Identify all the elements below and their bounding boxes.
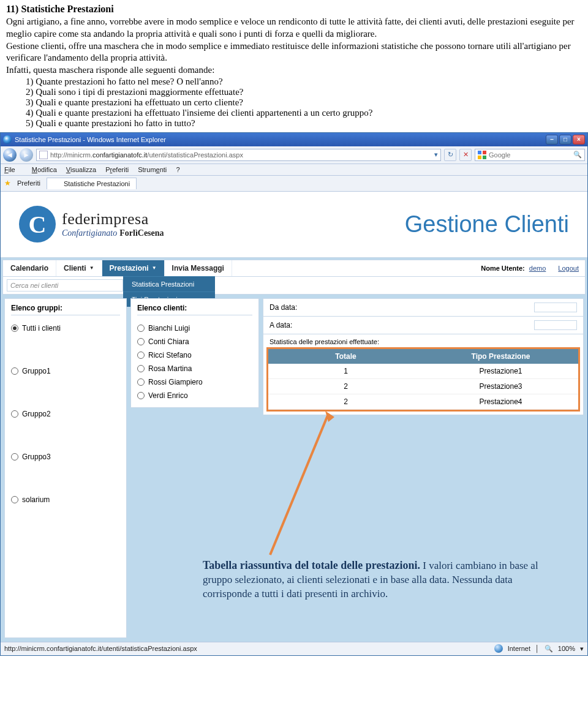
page-content: C federimpresa ConfartigianatoForlìCesen… — [1, 192, 587, 642]
url-path: /utenti/statisticaPrestazioni.aspx — [147, 151, 243, 159]
client-option-3[interactable]: Rosa Martina — [137, 362, 252, 375]
status-url: http://minicrm.confartigianatofc.it/uten… — [4, 645, 489, 652]
panel-stats: Da data: A data: Statistica delle presta… — [263, 298, 584, 415]
forward-button[interactable]: ► — [20, 148, 33, 162]
close-button[interactable]: × — [573, 135, 585, 145]
globe-icon — [494, 644, 503, 653]
group-option-all[interactable]: Tutti i clienti — [11, 321, 120, 335]
doc-q2: 2) Quali sono i tipi di prestazioni magg… — [26, 87, 582, 97]
ie-titlebar: Statistiche Prestazioni - Windows Intern… — [1, 133, 587, 146]
table-row: 2Prestazione4 — [268, 394, 578, 410]
zoom-icon[interactable]: 🔍 — [545, 645, 553, 653]
menu-preferiti[interactable]: Preferiti — [105, 166, 129, 173]
back-button[interactable]: ◄ — [3, 148, 17, 162]
col-totale: Totale — [268, 349, 423, 364]
window-title: Statistiche Prestazioni - Windows Intern… — [15, 136, 546, 143]
content-area: Elenco gruppi: Tutti i clienti Gruppo1 G… — [1, 295, 587, 642]
page-icon — [39, 151, 48, 159]
stats-header-row: Totale Tipo Prestazione — [268, 349, 578, 364]
tab-label: Statistiche Prestazioni — [64, 180, 130, 187]
browser-search-input[interactable]: Google 🔍 — [475, 149, 585, 161]
radio-icon — [137, 365, 145, 372]
logo-city: ForlìCesena — [119, 228, 164, 238]
doc-q3: 3) Quali e quante prestazioni ha effettu… — [26, 97, 582, 108]
browser-tab[interactable]: Statistiche Prestazioni — [47, 178, 137, 189]
ie-menu-bar: File Modifica Visualizza Preferiti Strum… — [1, 164, 587, 176]
ie-window: Statistiche Prestazioni - Windows Intern… — [0, 132, 588, 656]
doc-heading: 11) Statistiche Prestazioni — [6, 4, 582, 15]
radio-icon — [11, 367, 18, 375]
ie-logo-icon — [3, 135, 12, 144]
user-info: Nome Utente: demo — [475, 265, 552, 272]
refresh-button[interactable]: ↻ — [444, 149, 456, 161]
client-search-input[interactable] — [7, 279, 123, 291]
menu-modifica[interactable]: Modifica — [32, 166, 57, 173]
client-option-5[interactable]: Verdi Enrico — [137, 389, 252, 402]
client-option-4[interactable]: Rossi Giampiero — [137, 375, 252, 389]
group-option-2[interactable]: Gruppo2 — [11, 407, 120, 421]
stop-button[interactable]: ✕ — [459, 149, 472, 161]
menu-strumenti[interactable]: Strumenti — [138, 166, 167, 173]
radio-icon — [137, 338, 145, 345]
zoom-dropdown-icon[interactable]: ▾ — [580, 645, 584, 653]
logout-link[interactable]: Logout — [558, 265, 579, 272]
nav-clienti[interactable]: Clienti▼ — [56, 260, 102, 276]
date-from-input[interactable] — [534, 303, 577, 312]
maximize-button[interactable]: □ — [559, 135, 571, 145]
url-prefix: http://minicrm. — [50, 151, 92, 159]
client-option-0[interactable]: Bianchi Luigi — [137, 321, 252, 335]
radio-icon — [137, 352, 145, 359]
menu-visualizza[interactable]: Visualizza — [66, 166, 96, 173]
menu-help[interactable]: ? — [176, 166, 179, 173]
callout-arrow — [264, 411, 334, 558]
nav-prestazioni[interactable]: Prestazioni▼ — [102, 260, 165, 276]
app-title: Gestione Clienti — [405, 211, 569, 238]
dropdown-statistica-prestazioni[interactable]: Statistica Prestazioni — [123, 276, 215, 291]
panel-clients: Elenco clienti: Bianchi Luigi Conti Chia… — [130, 298, 259, 408]
table-row: 2Prestazione3 — [268, 379, 578, 394]
nav-invia-messaggi[interactable]: Invia Messaggi — [165, 260, 232, 276]
url-input[interactable]: http://minicrm.confartigianatofc.it/uten… — [36, 149, 441, 161]
ie-favorites-bar: ★ Preferiti Statistiche Prestazioni — [1, 176, 587, 192]
panel-groups: Elenco gruppi: Tutti i clienti Gruppo1 G… — [4, 298, 127, 638]
radio-icon — [11, 453, 18, 461]
group-option-4[interactable]: solarium — [11, 493, 120, 506]
url-dropdown-icon[interactable]: ▾ — [434, 151, 438, 159]
logo-title: federimpresa — [62, 210, 164, 228]
main-nav: Calendario Clienti▼ Prestazioni▼ Invia M… — [2, 260, 586, 277]
favorites-star-icon[interactable]: ★ — [4, 179, 11, 187]
doc-q4: 4) Quali e quante prestazioni ha effettu… — [26, 108, 582, 118]
date-to-row: A data: — [263, 317, 583, 334]
menu-file[interactable]: File — [4, 166, 23, 173]
col-tipo: Tipo Prestazione — [423, 349, 578, 364]
search-placeholder: Google — [489, 151, 510, 159]
favorites-label[interactable]: Preferiti — [17, 179, 40, 187]
svg-line-0 — [270, 414, 328, 555]
logo-circle-icon: C — [19, 206, 56, 242]
doc-para-1: Ogni artigiano, a fine anno, vorrebbe av… — [6, 16, 582, 40]
group-option-3[interactable]: Gruppo3 — [11, 450, 120, 464]
table-row: 1Prestazione1 — [268, 364, 578, 379]
page-banner: C federimpresa ConfartigianatoForlìCesen… — [1, 192, 587, 258]
status-zoom: 100% — [558, 645, 575, 652]
group-option-1[interactable]: Gruppo1 — [11, 364, 120, 378]
nav-calendario[interactable]: Calendario — [3, 260, 56, 276]
radio-icon — [11, 325, 18, 332]
ie-address-bar: ◄ ► http://minicrm.confartigianatofc.it/… — [1, 146, 587, 164]
minimize-button[interactable]: – — [546, 135, 558, 145]
radio-icon — [11, 496, 18, 503]
doc-q1: 1) Quante prestazioni ho fatto nel mese?… — [26, 77, 582, 87]
groups-title: Elenco gruppi: — [11, 304, 120, 315]
clients-title: Elenco clienti: — [137, 304, 252, 315]
doc-questions: 1) Quante prestazioni ho fatto nel mese?… — [6, 77, 582, 129]
search-go-icon[interactable]: 🔍 — [573, 151, 582, 159]
status-zone: Internet — [508, 645, 530, 652]
user-link[interactable]: demo — [529, 265, 546, 272]
radio-icon — [11, 410, 18, 418]
date-to-input[interactable] — [534, 320, 577, 330]
client-option-1[interactable]: Conti Chiara — [137, 335, 252, 348]
chevron-down-icon: ▼ — [89, 265, 94, 271]
stats-subtitle: Statistica delle prestazioni effettuate: — [263, 334, 583, 347]
client-option-2[interactable]: Ricci Stefano — [137, 348, 252, 362]
radio-icon — [137, 325, 145, 332]
